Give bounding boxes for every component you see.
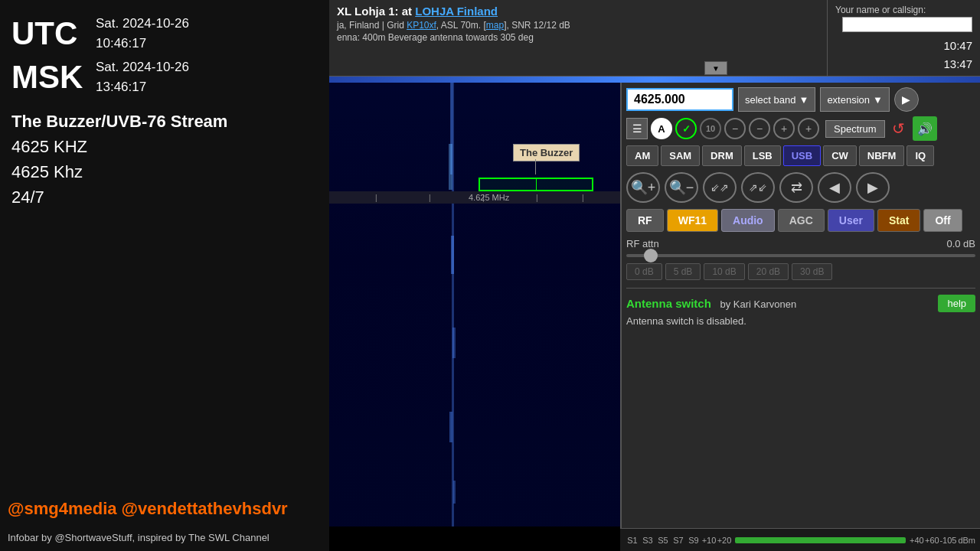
- smeter-s5: S5: [655, 536, 671, 545]
- msk-label: MSK: [11, 59, 96, 96]
- signal-3: [449, 144, 452, 190]
- zoom-minus-1[interactable]: −: [724, 118, 746, 139]
- wf-tick-2: |: [429, 194, 431, 202]
- signal-5: [452, 328, 456, 358]
- rf-preset-10db[interactable]: 10 dB: [704, 263, 744, 280]
- help-button[interactable]: help: [938, 295, 975, 312]
- antenna-header: Antenna switch by Kari Karvonen help: [626, 295, 975, 312]
- smeter-s7: S7: [671, 536, 686, 545]
- controls-row: ☰ A ✓ 10 − − + + Spectrum ↺ 🔊: [626, 116, 975, 141]
- rf-header: RF attn 0.0 dB: [626, 238, 975, 249]
- top-bar: XL Lohja 1: at LOHJA Finland ja, Finland…: [329, 0, 980, 77]
- speaker-button[interactable]: 🔊: [913, 116, 937, 141]
- rf-slider-track[interactable]: [626, 254, 975, 257]
- antenna-title: Antenna switch: [626, 297, 711, 310]
- swap-button[interactable]: ⇄: [779, 172, 813, 203]
- zoom-plus-2[interactable]: +: [798, 118, 819, 139]
- msk-time-block: Sat. 2024-10-26 13:46:17: [96, 57, 189, 96]
- expand-button[interactable]: ⇗⇙: [741, 172, 775, 203]
- freq2: 4625 Khz: [11, 159, 318, 184]
- extension-chevron-icon: ▼: [873, 94, 883, 106]
- mode-lsb[interactable]: LSB: [744, 145, 781, 166]
- tab-rf[interactable]: RF: [626, 209, 664, 232]
- tab-audio[interactable]: Audio: [721, 209, 775, 232]
- time2-display: 13:47: [835, 55, 972, 73]
- stream-info: The Buzzer/UVB-76 Stream 4625 KHZ 4625 K…: [11, 109, 318, 210]
- antenna-by: by Kari Karvonen: [720, 298, 796, 310]
- smeter-bar-filled: [735, 537, 906, 543]
- control-panel: select band ▼ extension ▼ ▶ ☰ A ✓ 10 − −…: [620, 83, 980, 551]
- button-green[interactable]: ✓: [675, 118, 697, 139]
- mhz-label: 4.625 MHz: [469, 193, 509, 202]
- tab-off[interactable]: Off: [923, 209, 962, 232]
- zoom-in-button[interactable]: 🔍+: [626, 172, 660, 203]
- antenna-section: Antenna switch by Kari Karvonen help Ant…: [626, 295, 975, 327]
- dropdown-button[interactable]: ▼: [704, 61, 727, 75]
- buzzer-line: [535, 159, 536, 174]
- utc-date: Sat. 2024-10-26: [96, 14, 189, 34]
- utc-time: 10:46:17: [96, 34, 189, 54]
- rf-preset-5db[interactable]: 5 dB: [665, 263, 701, 280]
- smeter-s9: S9: [686, 536, 701, 545]
- compress-button[interactable]: ⇙⇗: [703, 172, 737, 203]
- zoom-minus-2[interactable]: −: [749, 118, 770, 139]
- extension-label: extension: [827, 94, 870, 106]
- zoom-out-button[interactable]: 🔍−: [665, 172, 698, 203]
- time1-display: 10:47: [835, 37, 972, 55]
- rf-attn-value: 0.0 dB: [946, 238, 975, 249]
- spectrum-bar: [329, 77, 980, 83]
- zoom-plus-1[interactable]: +: [773, 118, 795, 139]
- mode-row: AM SAM DRM LSB USB CW NBFM IQ: [626, 145, 975, 166]
- signal-4: [451, 236, 454, 274]
- grid-link[interactable]: KP10xf: [407, 20, 436, 31]
- tab-wf11[interactable]: WF11: [667, 209, 718, 232]
- frequency-input[interactable]: [626, 88, 733, 111]
- button-10[interactable]: 10: [700, 118, 721, 139]
- refresh-icon-button[interactable]: ↺: [888, 118, 910, 139]
- mode-drm[interactable]: DRM: [702, 145, 742, 166]
- station-title: XL Lohja 1: at LOHJA Finland: [337, 5, 819, 18]
- spectrum-button[interactable]: Spectrum: [825, 120, 885, 138]
- tab-agc[interactable]: AGC: [778, 209, 825, 232]
- select-band-button[interactable]: select band ▼: [738, 87, 815, 112]
- play-button[interactable]: ▶: [894, 87, 919, 112]
- prev-button[interactable]: ◀: [818, 172, 851, 203]
- smeter-105: -105: [939, 536, 955, 545]
- rf-preset-30db[interactable]: 30 dB: [792, 263, 832, 280]
- left-panel: UTC Sat. 2024-10-26 10:46:17 MSK Sat. 20…: [0, 0, 329, 551]
- right-top-panel: Your name or callsign: 10:47 13:47 Europ…: [827, 0, 980, 76]
- next-button[interactable]: ▶: [856, 172, 890, 203]
- rf-preset-0db[interactable]: 0 dB: [626, 263, 662, 280]
- signal-7: [453, 481, 456, 504]
- callsign-input[interactable]: [842, 17, 972, 32]
- smeter-row: S1 S3 S5 S7 S9 +10 +20 +40 +60 -105 dBm: [620, 528, 980, 551]
- infobar: Infobar by @ShortwaveStuff, inspired by …: [8, 532, 270, 543]
- mode-sam[interactable]: SAM: [661, 145, 700, 166]
- button-a[interactable]: A: [651, 118, 672, 139]
- mode-am[interactable]: AM: [626, 145, 658, 166]
- divider: [626, 288, 975, 289]
- utc-time-block: Sat. 2024-10-26 10:46:17: [96, 14, 189, 53]
- tab-user[interactable]: User: [828, 209, 874, 232]
- map-link[interactable]: map: [486, 20, 504, 31]
- station-name-link[interactable]: LOHJA Finland: [415, 5, 498, 18]
- wf-tick-1: |: [375, 194, 377, 202]
- tab-stat[interactable]: Stat: [877, 209, 920, 232]
- menu-icon-button[interactable]: ☰: [626, 118, 648, 139]
- buzzer-label: The Buzzer: [513, 144, 580, 161]
- smeter-20: +20: [717, 536, 732, 545]
- mode-usb[interactable]: USB: [783, 145, 821, 166]
- mode-cw[interactable]: CW: [823, 145, 857, 166]
- utc-block: UTC Sat. 2024-10-26 10:46:17: [11, 14, 318, 53]
- smeter-10: +10: [701, 536, 717, 545]
- extension-button[interactable]: extension ▼: [820, 87, 890, 112]
- smeter-s1: S1: [625, 536, 640, 545]
- mode-iq[interactable]: IQ: [906, 145, 934, 166]
- antenna-title-group: Antenna switch by Kari Karvonen: [626, 297, 796, 310]
- rf-slider-thumb[interactable]: [644, 249, 658, 262]
- tab-row: RF WF11 Audio AGC User Stat Off: [626, 209, 975, 232]
- station-info: XL Lohja 1: at LOHJA Finland ja, Finland…: [329, 0, 827, 76]
- smeter-db-label: dBm: [958, 536, 975, 545]
- rf-preset-20db[interactable]: 20 dB: [748, 263, 789, 280]
- mode-nbfm[interactable]: NBFM: [859, 145, 905, 166]
